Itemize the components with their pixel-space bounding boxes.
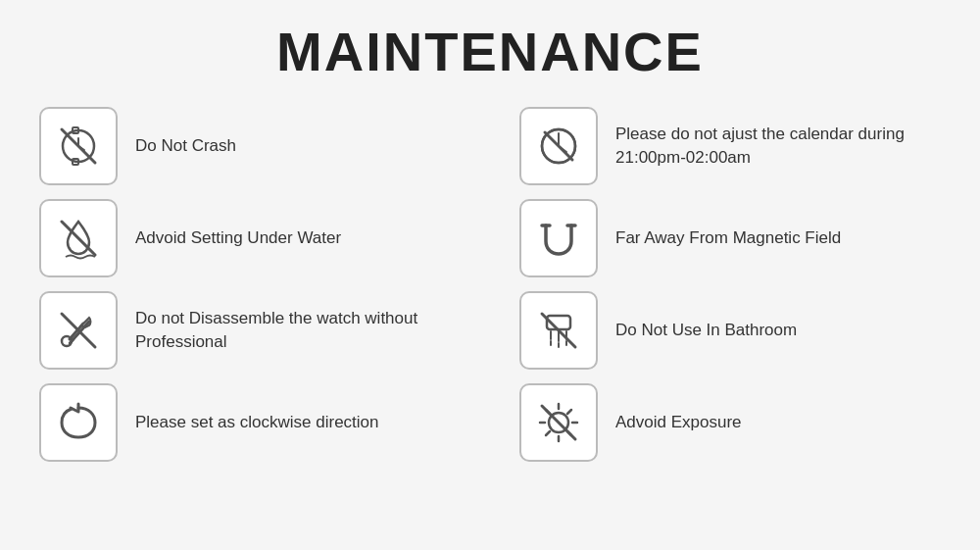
label-no-bathroom: Do Not Use In Bathroom	[615, 319, 797, 342]
icon-box-no-water	[39, 199, 118, 277]
label-no-exposure: Advoid Exposure	[615, 411, 742, 434]
label-no-calendar: Please do not ajust the calendar during …	[615, 123, 941, 170]
magnet-icon	[532, 212, 585, 265]
item-no-magnetic: Far Away From Magnetic Field	[519, 199, 941, 277]
no-water-icon	[52, 212, 105, 265]
watch-crash-icon	[52, 120, 105, 173]
item-no-water: Advoid Setting Under Water	[39, 199, 461, 277]
icon-box-no-exposure	[519, 383, 598, 462]
item-no-crash: Do Not Crash	[39, 107, 461, 185]
label-no-crash: Do Not Crash	[135, 134, 236, 158]
icon-box-no-crash	[39, 107, 118, 185]
sun-icon	[532, 396, 585, 449]
item-clockwise: Please set as clockwise direction	[39, 383, 461, 462]
label-no-water: Advoid Setting Under Water	[135, 226, 341, 250]
label-no-magnetic: Far Away From Magnetic Field	[615, 226, 841, 250]
item-no-exposure: Advoid Exposure	[519, 383, 941, 462]
no-calendar-icon	[532, 120, 585, 173]
icon-box-no-disassemble	[39, 291, 118, 370]
maintenance-grid: Do Not Crash Please do not ajust the cal…	[39, 107, 941, 462]
shower-icon	[532, 304, 585, 357]
item-no-calendar: Please do not ajust the calendar during …	[519, 107, 941, 185]
svg-line-11	[62, 222, 95, 255]
svg-line-34	[546, 431, 550, 435]
icon-box-no-calendar	[519, 107, 598, 185]
tools-icon	[52, 304, 105, 357]
icon-box-no-magnetic	[519, 199, 598, 277]
item-no-disassemble: Do not Disassemble the watch without Pro…	[39, 291, 461, 370]
svg-line-33	[567, 410, 571, 414]
page-title: MAINTENANCE	[276, 20, 704, 83]
icon-box-clockwise	[39, 383, 118, 462]
label-no-disassemble: Do not Disassemble the watch without Pro…	[135, 307, 461, 354]
clockwise-icon	[52, 396, 105, 449]
icon-box-no-bathroom	[519, 291, 598, 370]
item-no-bathroom: Do Not Use In Bathroom	[519, 291, 941, 370]
label-clockwise: Please set as clockwise direction	[135, 411, 379, 434]
